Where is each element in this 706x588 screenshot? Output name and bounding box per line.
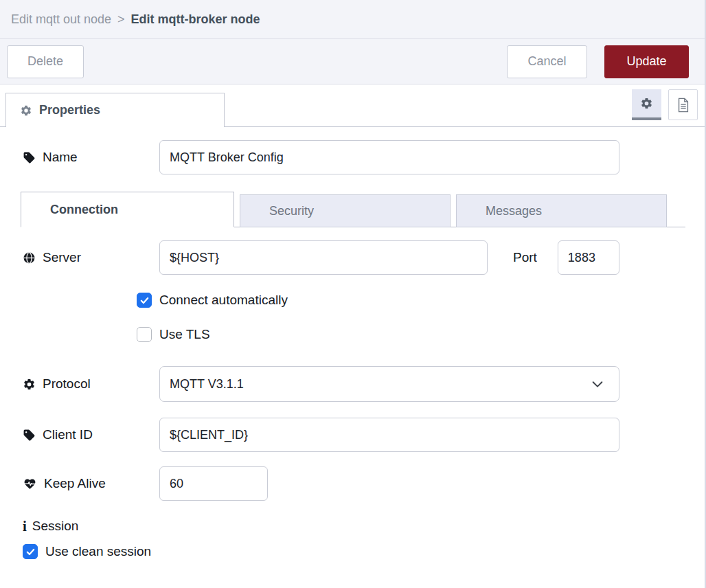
name-row: Name [21,140,684,174]
use-tls-checkbox[interactable] [137,327,152,342]
name-input[interactable] [159,140,619,174]
chevron-down-icon [590,376,605,392]
cancel-button[interactable]: Cancel [507,45,587,78]
server-input[interactable] [159,240,488,275]
clean-session-label: Use clean session [45,544,151,559]
tag-icon [23,151,36,164]
page-title: Edit mqtt-broker node [131,12,260,27]
node-description-button[interactable] [668,89,698,120]
broker-subtabs: Connection Security Messages [21,192,685,227]
connect-auto-checkbox[interactable] [137,293,152,308]
protocol-select-value: MQTT V3.1.1 [170,377,590,392]
tab-properties[interactable]: Properties [5,93,225,127]
protocol-row: Protocol MQTT V3.1.1 [21,366,684,402]
session-label: Session [32,519,79,534]
client-id-row: Client ID [21,418,684,452]
gear-icon [20,104,32,117]
update-button[interactable]: Update [604,45,689,78]
info-icon: i [23,519,27,534]
breadcrumb-separator: > [117,12,125,27]
client-id-label: Client ID [21,427,159,442]
dialog-toolbar: Delete Cancel Update [0,39,705,84]
port-label: Port [513,250,537,265]
connect-auto-row: Connect automatically [21,293,684,308]
node-settings-button[interactable] [632,89,661,120]
tab-security[interactable]: Security [240,194,451,227]
delete-button[interactable]: Delete [7,45,84,78]
tag-icon [23,429,36,442]
edit-node-dialog: Edit mqtt out node > Edit mqtt-broker no… [0,0,706,588]
document-icon [676,98,690,113]
globe-icon [23,251,36,264]
tab-properties-label: Properties [39,103,100,117]
protocol-label: Protocol [21,376,159,392]
session-header: i Session [21,519,684,534]
use-tls-row: Use TLS [21,327,684,342]
gear-icon [640,97,653,110]
keep-alive-label: Keep Alive [21,476,159,491]
client-id-input[interactable] [159,418,619,452]
use-tls-label: Use TLS [159,327,210,342]
name-label: Name [21,150,159,165]
connect-auto-label: Connect automatically [159,293,288,308]
editor-tabbar: Properties [0,84,705,127]
breadcrumb: Edit mqtt out node > Edit mqtt-broker no… [0,0,705,39]
breadcrumb-parent[interactable]: Edit mqtt out node [11,12,111,27]
checkmark-icon [139,295,150,306]
tab-connection[interactable]: Connection [21,192,234,227]
heartbeat-icon [23,477,37,490]
port-input[interactable] [558,240,619,275]
node-config-form: Name Connection Security Messages Server [0,127,705,559]
keep-alive-input[interactable] [159,466,268,501]
checkmark-icon [25,547,36,557]
gear-icon [23,378,36,391]
server-label: Server [21,250,159,265]
server-row: Server Port [21,240,684,275]
clean-session-row: Use clean session [21,544,684,559]
clean-session-checkbox[interactable] [23,544,38,559]
keep-alive-row: Keep Alive [21,466,684,501]
tabbar-buttons [632,89,698,120]
protocol-select[interactable]: MQTT V3.1.1 [159,366,619,402]
tab-messages[interactable]: Messages [456,194,667,227]
